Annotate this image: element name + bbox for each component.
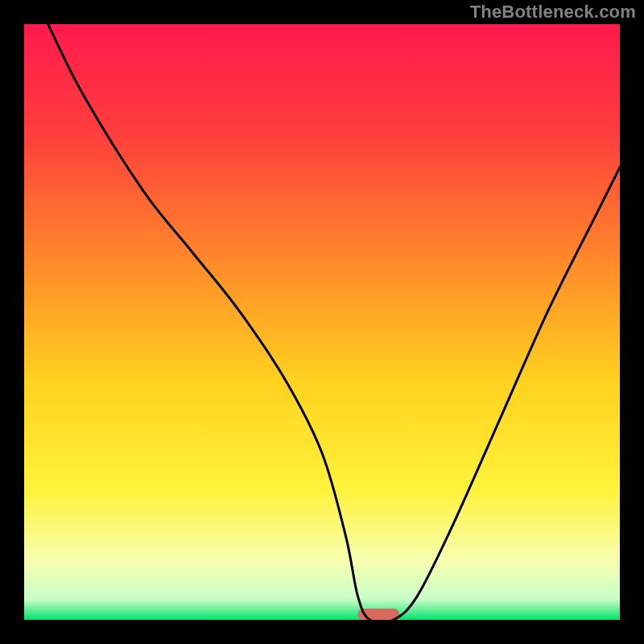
chart-frame: { "watermark": "TheBottleneck.com", "cha… [0, 0, 644, 644]
bottleneck-chart [0, 0, 644, 644]
watermark-text: TheBottleneck.com [470, 2, 636, 23]
chart-background [24, 24, 620, 620]
